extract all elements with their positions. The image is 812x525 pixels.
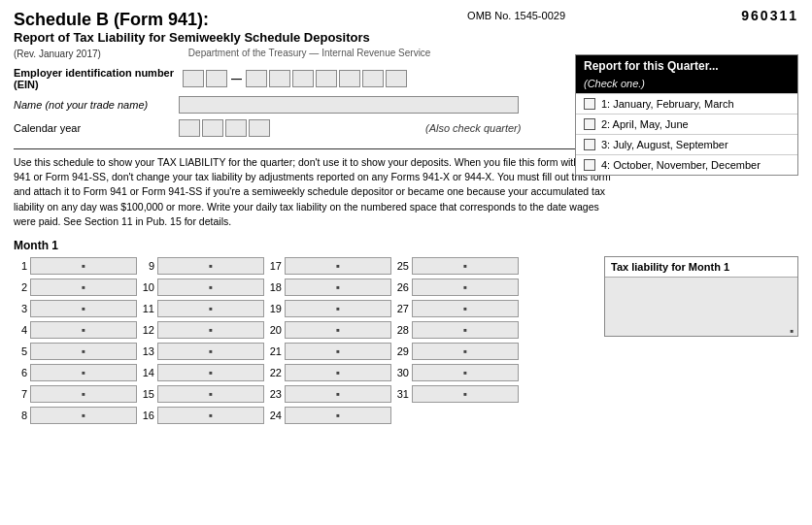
day-input-10[interactable] <box>157 279 264 296</box>
day-num-17: 17 <box>268 260 282 272</box>
day-num-29: 29 <box>395 345 409 357</box>
day-input-17[interactable] <box>285 257 391 275</box>
day-input-21[interactable] <box>285 343 391 360</box>
col3: 17 18 19 20 <box>268 256 391 427</box>
cal-digit-3[interactable] <box>225 119 247 137</box>
day-grid: 1 2 3 4 <box>14 256 594 427</box>
quarter-checkbox-4[interactable] <box>584 159 595 171</box>
day-input-7[interactable] <box>30 385 137 403</box>
day-input-14[interactable] <box>157 364 264 381</box>
quarter-option-4[interactable]: 4: October, November, December <box>576 154 797 175</box>
day-row-10: 10 <box>141 278 264 297</box>
day-num-2: 2 <box>14 281 27 293</box>
day-input-20[interactable] <box>285 321 391 339</box>
month1-label: Month 1 <box>14 239 798 252</box>
day-input-26[interactable] <box>412 279 519 296</box>
quarter-option-3[interactable]: 3: July, August, September <box>576 134 797 154</box>
day-row-28: 28 <box>395 320 519 340</box>
quarter-label-4: 4: October, November, December <box>601 159 761 171</box>
day-input-23[interactable] <box>285 385 391 403</box>
ein-digit-1[interactable] <box>183 70 204 87</box>
day-input-9[interactable] <box>157 257 264 275</box>
ein-digit-2[interactable] <box>206 70 227 87</box>
day-input-28[interactable] <box>412 321 519 339</box>
cal-digit-4[interactable] <box>249 119 270 137</box>
day-row-3: 3 <box>14 299 137 318</box>
day-num-13: 13 <box>141 345 154 357</box>
ein-digit-7[interactable] <box>339 70 360 87</box>
day-input-1[interactable] <box>30 257 137 275</box>
day-num-9: 9 <box>141 260 154 272</box>
omb-number: OMB No. 1545-0029 <box>467 10 565 21</box>
day-input-29[interactable] <box>412 343 519 360</box>
quarter-checkbox-3[interactable] <box>584 139 595 150</box>
quarter-label-1: 1: January, February, March <box>601 98 734 110</box>
day-input-8[interactable] <box>30 407 137 424</box>
day-row-25: 25 <box>395 256 519 276</box>
day-input-27[interactable] <box>412 300 519 317</box>
cal-digit-1[interactable] <box>179 119 200 137</box>
day-row-24: 24 <box>268 406 391 425</box>
day-input-12[interactable] <box>157 321 264 339</box>
day-row-9: 9 <box>141 256 264 276</box>
day-input-22[interactable] <box>285 364 391 381</box>
day-num-8: 8 <box>14 410 27 421</box>
day-input-11[interactable] <box>157 300 264 317</box>
day-row-6: 6 <box>14 363 137 382</box>
day-num-7: 7 <box>14 388 27 400</box>
day-input-16[interactable] <box>157 407 264 424</box>
rev-date: (Rev. January 2017) <box>14 49 101 59</box>
day-input-4[interactable] <box>30 321 137 339</box>
day-input-13[interactable] <box>157 343 264 360</box>
day-num-16: 16 <box>141 410 154 421</box>
day-input-2[interactable] <box>30 279 137 296</box>
also-check: (Also check quarter) <box>425 122 521 134</box>
form-title: Schedule B (Form 941): <box>14 10 430 30</box>
day-row-14: 14 <box>141 363 264 382</box>
day-row-27: 27 <box>395 299 519 318</box>
ein-digit-9[interactable] <box>386 70 407 87</box>
day-num-10: 10 <box>141 281 154 293</box>
day-num-4: 4 <box>14 324 27 336</box>
day-input-24[interactable] <box>285 407 391 424</box>
day-row-4: 4 <box>14 320 137 340</box>
ein-digit-8[interactable] <box>362 70 384 87</box>
day-input-31[interactable] <box>412 385 519 403</box>
quarter-box-subheader: (Check one.) <box>576 77 797 93</box>
quarter-option-2[interactable]: 2: April, May, June <box>576 114 797 134</box>
quarter-checkbox-1[interactable] <box>584 98 595 110</box>
day-num-22: 22 <box>268 367 282 378</box>
form-subtitle: Report of Tax Liability for Semiweekly S… <box>14 30 430 45</box>
tax-liability-input[interactable] <box>605 278 797 336</box>
day-input-5[interactable] <box>30 343 137 360</box>
tax-liability-header: Tax liability for Month 1 <box>605 257 797 278</box>
day-num-1: 1 <box>14 260 27 272</box>
day-num-31: 31 <box>395 388 409 400</box>
day-num-18: 18 <box>268 281 282 293</box>
quarter-checkbox-2[interactable] <box>584 118 595 130</box>
ein-digit-6[interactable] <box>316 70 337 87</box>
name-input[interactable] <box>179 96 519 114</box>
ein-digit-3[interactable] <box>246 70 267 87</box>
day-num-20: 20 <box>268 324 282 336</box>
day-input-19[interactable] <box>285 300 391 317</box>
day-row-18: 18 <box>268 278 391 297</box>
quarter-box-header: Report for this Quarter... <box>576 55 797 77</box>
day-input-15[interactable] <box>157 385 264 403</box>
quarter-option-1[interactable]: 1: January, February, March <box>576 93 797 114</box>
day-input-6[interactable] <box>30 364 137 381</box>
day-row-19: 19 <box>268 299 391 318</box>
day-row-1: 1 <box>14 256 137 276</box>
day-input-30[interactable] <box>412 364 519 381</box>
day-input-3[interactable] <box>30 300 137 317</box>
col1: 1 2 3 4 <box>14 256 137 427</box>
ein-digit-5[interactable] <box>292 70 314 87</box>
day-num-24: 24 <box>268 410 282 421</box>
cal-digit-2[interactable] <box>202 119 223 137</box>
name-label: Name (not your trade name) <box>14 99 179 111</box>
day-input-25[interactable] <box>412 257 519 275</box>
ein-digit-4[interactable] <box>269 70 290 87</box>
day-num-25: 25 <box>395 260 409 272</box>
day-input-18[interactable] <box>285 279 391 296</box>
quarter-box: Report for this Quarter... (Check one.) … <box>575 54 798 176</box>
